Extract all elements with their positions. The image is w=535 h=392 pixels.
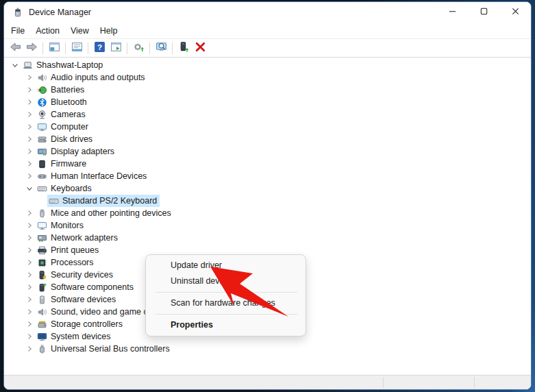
chevron-right-icon[interactable]: [23, 330, 36, 343]
chevron-down-icon[interactable]: [23, 182, 36, 195]
help-button[interactable]: ?: [92, 40, 107, 56]
tree-item-audio-inputs-and-outputs[interactable]: Audio inputs and outputs: [4, 71, 531, 84]
enable-device-button[interactable]: [176, 40, 191, 56]
chevron-right-icon[interactable]: [23, 170, 36, 182]
tree-item-monitors[interactable]: Monitors: [4, 219, 531, 232]
menu-action[interactable]: Action: [31, 24, 64, 38]
menu-view[interactable]: View: [66, 24, 94, 38]
window-title: Device Manager: [29, 8, 91, 17]
tree-item-standard-ps-2-keyboard[interactable]: Standard PS/2 Keyboard: [4, 195, 531, 207]
menu-help[interactable]: Help: [95, 24, 123, 38]
tree-item-display-adapters[interactable]: Display adapters: [4, 145, 531, 158]
tree-item-body[interactable]: System devices: [36, 330, 114, 343]
chevron-right-icon[interactable]: [23, 293, 36, 306]
status-bar-divider: [474, 377, 475, 388]
back-button[interactable]: [8, 40, 23, 56]
chevron-right-icon[interactable]: [23, 306, 36, 318]
tree-item-label: Universal Serial Bus controllers: [49, 344, 170, 354]
tree-item-body[interactable]: Human Interface Devices: [36, 170, 149, 182]
chevron-right-icon[interactable]: [23, 145, 36, 158]
tree-item-shashwat-laptop[interactable]: Shashwat-Laptop: [4, 59, 531, 71]
maximize-button[interactable]: [468, 2, 499, 23]
context-menu-separator: [155, 314, 297, 315]
tree-item-computer[interactable]: Computer: [4, 121, 531, 133]
tree-item-network-adapters[interactable]: Network adapters: [4, 232, 531, 244]
chevron-right-icon[interactable]: [23, 133, 36, 145]
chevron-right-icon[interactable]: [23, 256, 36, 269]
chevron-right-icon[interactable]: [23, 96, 36, 108]
uninstall-device-button[interactable]: [192, 40, 208, 56]
chevron-right-icon[interactable]: [23, 269, 36, 281]
tree-item-body[interactable]: Bluetooth: [36, 96, 90, 108]
tree-item-body[interactable]: Batteries: [36, 84, 87, 96]
chevron-right-icon[interactable]: [23, 244, 36, 256]
tree-item-body[interactable]: Print queues: [36, 244, 101, 256]
chevron-right-icon[interactable]: [23, 158, 36, 170]
tree-item-keyboards[interactable]: Keyboards: [4, 182, 531, 195]
software-component-icon: [36, 281, 49, 293]
tree-item-bluetooth[interactable]: Bluetooth: [4, 96, 531, 108]
context-menu-item-scan-for-hardware-changes[interactable]: Scan for hardware changes: [146, 295, 306, 311]
tree-item-body[interactable]: Software components: [36, 281, 136, 293]
context-menu-item-properties[interactable]: Properties: [146, 317, 306, 333]
tree-item-body[interactable]: Software devices: [36, 293, 119, 306]
chevron-right-icon[interactable]: [23, 232, 36, 244]
chevron-down-icon[interactable]: [8, 59, 21, 71]
tree-item-body[interactable]: Keyboards: [36, 182, 95, 195]
tree-item-body[interactable]: Computer: [36, 121, 91, 133]
maximize-icon: [479, 6, 489, 19]
show-hide-console-tree-button[interactable]: [47, 40, 62, 56]
tree-item-body[interactable]: Security devices: [36, 269, 116, 281]
tree-item-mice-and-other-pointing-devices[interactable]: Mice and other pointing devices: [4, 207, 531, 219]
tree-item-cameras[interactable]: Cameras: [4, 108, 531, 121]
show-hide-action-pane-button[interactable]: [108, 40, 123, 56]
tree-item-body[interactable]: Firmware: [36, 158, 89, 170]
tree-item-body[interactable]: Monitors: [36, 219, 86, 232]
bluetooth-icon: [36, 96, 49, 108]
tree-item-body[interactable]: Universal Serial Bus controllers: [36, 343, 173, 355]
chevron-right-icon[interactable]: [23, 318, 36, 330]
tree-item-body[interactable]: Processors: [36, 256, 97, 269]
properties-pane-button[interactable]: [69, 40, 84, 56]
tree-item-universal-serial-bus-controllers[interactable]: Universal Serial Bus controllers: [4, 343, 531, 355]
chevron-right-icon[interactable]: [23, 108, 36, 121]
monitor-icon: [36, 219, 49, 232]
toolbar-separator: [42, 42, 43, 54]
tree-item-body[interactable]: Cameras: [36, 108, 88, 121]
tree-item-label: Network adapters: [49, 233, 118, 243]
tree-item-body[interactable]: Network adapters: [36, 232, 121, 244]
update-driver-button[interactable]: [131, 40, 146, 56]
console-tree-icon: [49, 41, 60, 56]
tree-item-body[interactable]: Mice and other pointing devices: [36, 207, 174, 219]
chevron-right-icon[interactable]: [23, 343, 36, 355]
tree-item-batteries[interactable]: Batteries: [4, 84, 531, 96]
chevron-right-icon[interactable]: [23, 281, 36, 293]
tree-item-label: Firmware: [49, 159, 86, 169]
tree-item-body[interactable]: Storage controllers: [36, 318, 125, 330]
chevron-right-icon[interactable]: [23, 219, 36, 232]
svg-text:?: ?: [97, 42, 101, 51]
chevron-right-icon[interactable]: [23, 121, 36, 133]
close-button[interactable]: [499, 2, 531, 23]
tree-item-human-interface-devices[interactable]: Human Interface Devices: [4, 170, 531, 182]
tree-item-label: Human Interface Devices: [49, 171, 147, 181]
display-adapter-icon: [36, 145, 49, 158]
tree-item-body[interactable]: Shashwat-Laptop: [21, 59, 105, 71]
forward-button[interactable]: [24, 40, 39, 56]
tree-item-body[interactable]: Standard PS/2 Keyboard: [47, 195, 160, 207]
tree-item-body[interactable]: Disk drives: [36, 133, 95, 145]
chevron-right-icon[interactable]: [23, 207, 36, 219]
tree-item-disk-drives[interactable]: Disk drives: [4, 133, 531, 145]
chevron-right-icon[interactable]: [23, 84, 36, 96]
menu-file[interactable]: File: [6, 24, 29, 38]
scan-for-hardware-changes-button[interactable]: [153, 40, 169, 56]
chevron-right-icon[interactable]: [23, 71, 36, 84]
tree-item-body[interactable]: Display adapters: [36, 145, 117, 158]
tree-item-firmware[interactable]: Firmware: [4, 158, 531, 170]
tree-item-label: Computer: [49, 122, 88, 132]
context-menu-item-update-driver[interactable]: Update driver: [146, 258, 306, 273]
device-manager-icon: [12, 7, 23, 18]
tree-item-body[interactable]: Audio inputs and outputs: [36, 71, 148, 84]
minimize-button[interactable]: [436, 2, 468, 23]
context-menu-item-uninstall-device[interactable]: Uninstall device: [146, 273, 306, 289]
